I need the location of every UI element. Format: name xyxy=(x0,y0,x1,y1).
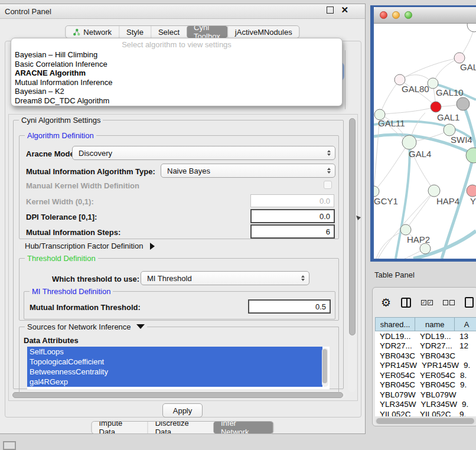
checked-pair-icon[interactable]: ✓✓ xyxy=(421,300,433,305)
table-row[interactable]: YER054CYER054C8. xyxy=(375,370,476,380)
zoom-window-icon[interactable] xyxy=(405,11,412,19)
table-header-3[interactable]: A xyxy=(455,317,476,331)
table-cell: YLR345W xyxy=(416,400,458,410)
tab-label: Infer Network xyxy=(221,421,266,434)
node-hap2[interactable] xyxy=(400,224,411,235)
which-threshold-combo[interactable]: MI Threshold xyxy=(141,271,309,285)
table-row[interactable]: YBR043CYBR043C xyxy=(375,351,476,361)
columns-icon[interactable] xyxy=(401,298,411,308)
tab-label: Select xyxy=(158,28,180,37)
table-cell: 9. xyxy=(455,409,476,416)
apply-button[interactable]: Apply xyxy=(162,403,203,418)
attributes-scrollbar[interactable] xyxy=(322,348,328,387)
algorithm-option[interactable]: Dream8 DC_TDC Algorithm xyxy=(11,96,342,106)
aracne-mode-combo[interactable]: Discovery xyxy=(72,146,335,160)
network-window-titlebar[interactable] xyxy=(374,7,476,24)
which-threshold-value: MI Threshold xyxy=(147,274,192,283)
table-header-1[interactable]: shared... xyxy=(375,317,415,331)
gear-icon[interactable]: ⚙ xyxy=(381,297,391,308)
tab-jactivemnodules[interactable]: jActiveMNodules xyxy=(227,26,299,38)
tab-select[interactable]: Select xyxy=(151,26,187,38)
hub-section-toggle[interactable]: Hub/Transcription Factor Definition xyxy=(25,242,155,250)
tab-label: Network xyxy=(83,28,112,37)
table-cell xyxy=(455,351,476,361)
data-attributes-label: Data Attributes xyxy=(24,336,79,345)
table-header-2[interactable]: name xyxy=(415,317,455,331)
control-panel-window: Control Panel ✕ NetworkStyleSelectCyni T… xyxy=(0,4,366,434)
table-row[interactable]: YLR345WYLR345W9. xyxy=(375,400,476,410)
algorithm-dropdown-placeholder: Select algorithm to view settings xyxy=(11,40,342,50)
table-cell: 9. xyxy=(455,380,476,390)
table-row[interactable]: YPR145WYPR145W9. xyxy=(375,361,476,371)
sources-toggle[interactable]: Sources for Network Inference xyxy=(25,322,147,331)
node-bottom[interactable] xyxy=(420,243,431,254)
node-table[interactable]: shared...nameA YDL19...YDL19...13YDR27..… xyxy=(375,317,476,416)
node-gray[interactable] xyxy=(457,97,470,110)
table-cell: YLR345W xyxy=(375,400,416,410)
tab-impute-data[interactable]: Impute Data xyxy=(92,422,148,433)
tab-discretize-data[interactable]: Discretize Data xyxy=(148,422,214,433)
node-swi4[interactable] xyxy=(444,124,455,136)
mi-algorithm-type-combo[interactable]: Naive Bayes xyxy=(161,164,335,178)
node-gcy1[interactable] xyxy=(374,186,379,197)
attribute-item[interactable]: gal4RGexp xyxy=(27,377,322,387)
node-label-gal4: GAL4 xyxy=(409,149,431,159)
tab-cyni-toolbox[interactable]: Cyni Toolbox xyxy=(187,26,227,38)
algorithm-option[interactable]: Basic Correlation Inference xyxy=(11,60,342,69)
hub-section-label: Hub/Transcription Factor Definition xyxy=(25,242,143,250)
network-canvas[interactable]: GALGAL80GAL10GAL1GAL11SWI4GAL4GCY1HAP4YH… xyxy=(374,24,476,259)
table-cell: YPR145W xyxy=(375,361,417,371)
node-label-hap2: HAP2 xyxy=(407,234,430,244)
dpi-tolerance-label: DPI Tolerance [0,1]: xyxy=(26,213,97,221)
node-pink[interactable] xyxy=(467,185,476,197)
which-threshold-label: Which threshold to use: xyxy=(52,275,139,283)
tab-style[interactable]: Style xyxy=(119,26,151,38)
table-cell: YDL19... xyxy=(375,331,415,341)
document-icon[interactable] xyxy=(465,297,474,308)
dock-panel-icon[interactable] xyxy=(3,441,16,450)
sources-title: Sources for Network Inference xyxy=(27,322,131,331)
table-row[interactable]: YBL079WYBL079W xyxy=(375,390,476,400)
aracne-mode-value: Discovery xyxy=(79,149,112,158)
network-edge xyxy=(380,80,400,115)
attribute-item[interactable]: BetweennessCentrality xyxy=(27,367,322,377)
node-top[interactable] xyxy=(467,24,476,32)
manual-kernel-width-checkbox[interactable] xyxy=(324,181,332,189)
mi-steps-field[interactable]: 6 xyxy=(250,224,335,239)
table-cell: YBR043C xyxy=(375,351,415,361)
minimize-window-icon[interactable] xyxy=(392,11,400,19)
apply-button-label: Apply xyxy=(173,406,193,415)
dpi-tolerance-field[interactable]: 0.0 xyxy=(250,209,335,223)
node-hap4[interactable] xyxy=(428,185,440,197)
settings-vertical-scrollbar[interactable] xyxy=(348,117,356,392)
table-row[interactable]: YIL052CYIL052C9. xyxy=(375,409,476,416)
algorithm-option[interactable]: Bayesian – K2 xyxy=(11,87,342,96)
attribute-item[interactable]: TopologicalCoefficient xyxy=(27,357,322,367)
node-gal4[interactable] xyxy=(402,135,416,149)
attribute-item[interactable]: SelfLoops xyxy=(27,347,322,357)
table-row[interactable]: YBR045CYBR045C9. xyxy=(375,380,476,390)
algorithm-option[interactable]: Bayesian – Hill Climbing xyxy=(11,50,342,60)
tab-network[interactable]: Network xyxy=(66,26,119,38)
network-icon xyxy=(73,28,80,36)
control-panel-titlebar: Control Panel ✕ xyxy=(0,4,365,19)
table-horizontal-scrollbar[interactable] xyxy=(375,418,476,425)
mi-threshold-field[interactable]: 0.5 xyxy=(248,299,331,314)
data-attributes-list[interactable]: SelfLoopsTopologicalCoefficientBetweenne… xyxy=(27,347,330,389)
tab-infer-network[interactable]: Infer Network xyxy=(214,422,273,433)
table-cell: YER054C xyxy=(415,370,455,380)
table-row[interactable]: YDR27...YDR27...12 xyxy=(375,341,476,351)
kernel-width-field[interactable]: 0.0 xyxy=(250,194,334,207)
tab-label: Cyni Toolbox xyxy=(194,25,220,38)
algorithm-definition-title: Algorithm Definition xyxy=(25,131,96,140)
node-red[interactable] xyxy=(431,102,441,112)
close-panel-icon[interactable]: ✕ xyxy=(341,6,348,14)
table-row[interactable]: YDL19...YDL19...13 xyxy=(375,331,476,341)
node-label-gal10: GAL10 xyxy=(436,87,464,97)
float-panel-icon[interactable] xyxy=(327,6,334,14)
unchecked-pair-icon[interactable] xyxy=(443,300,455,305)
close-window-icon[interactable] xyxy=(380,11,387,19)
control-panel-tabs: NetworkStyleSelectCyni ToolboxjActiveMNo… xyxy=(65,25,299,38)
algorithm-option[interactable]: Mutual Information Inference xyxy=(11,78,342,87)
algorithm-option[interactable]: ARACNE Algorithm xyxy=(11,69,342,78)
